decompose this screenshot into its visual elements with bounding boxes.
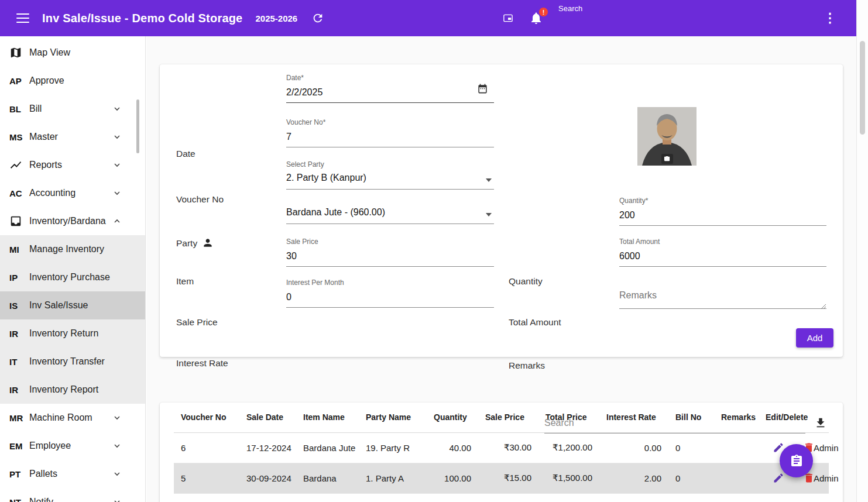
- assignment-icon: [790, 454, 804, 468]
- sidebar-item-label: Bill: [29, 104, 42, 114]
- map-icon: [9, 46, 23, 59]
- add-button[interactable]: Add: [796, 328, 833, 348]
- table-row[interactable]: 5 30-09-2024 Bardana 1. Party A 100.00 ₹…: [174, 463, 829, 493]
- date-field[interactable]: Date*: [286, 74, 494, 103]
- page-scrollbar-thumb[interactable]: [860, 41, 865, 135]
- sidebar-item-label: Inventory Purchase: [29, 272, 110, 283]
- sidebar-item-map-view[interactable]: Map View: [0, 39, 145, 67]
- date-row-label: Date: [176, 149, 195, 159]
- sidebar-item-approve[interactable]: AP Approve: [0, 67, 145, 95]
- sidebar-item-manage-inventory[interactable]: MI Manage Inventory: [0, 235, 145, 263]
- sidebar-item-inventory-report[interactable]: IR Inventory Report: [0, 376, 145, 404]
- remarks-field[interactable]: [619, 287, 826, 309]
- sidebar-item-accounting[interactable]: AC Accounting: [0, 179, 145, 207]
- edit-icon[interactable]: [773, 472, 784, 484]
- sidebar-item-notify[interactable]: NT Notify: [0, 488, 145, 502]
- interest-field[interactable]: Interest Per Month: [286, 278, 494, 308]
- voucher-input[interactable]: [286, 130, 494, 143]
- abbr-icon: NT: [9, 497, 23, 502]
- menu-icon[interactable]: [16, 13, 29, 23]
- calendar-icon[interactable]: [477, 83, 488, 94]
- sidebar-item-label: Employee: [29, 441, 71, 451]
- sidebar-item-label: Inventory Return: [29, 328, 98, 339]
- item-select[interactable]: Bardana Jute - (960.00): [286, 207, 494, 224]
- cell-remarks: [714, 463, 759, 493]
- table-search-field[interactable]: [544, 415, 805, 434]
- cell-total-price: ₹1,200.00: [538, 432, 599, 463]
- abbr-icon: IR: [9, 385, 23, 395]
- sidebar-item-inv-sale-issue[interactable]: IS Inv Sale/Issue: [0, 291, 145, 319]
- remarks-textarea[interactable]: [619, 287, 826, 308]
- fab-assignment-button[interactable]: [780, 444, 813, 477]
- cell-item-name: Bardana Jute: [296, 432, 359, 463]
- cell-interest-rate: 2.00: [599, 463, 668, 493]
- abbr-icon: MS: [9, 132, 23, 142]
- sale-price-field[interactable]: Sale Price: [286, 238, 494, 267]
- sidebar-item-bill[interactable]: BL Bill: [0, 95, 145, 123]
- total-amount-field[interactable]: Total Amount: [619, 238, 826, 267]
- item-select-value[interactable]: Bardana Jute - (960.00): [286, 207, 494, 220]
- quantity-row-label: Quantity: [509, 276, 543, 287]
- col-quantity[interactable]: Quantity: [427, 403, 478, 432]
- col-party-name[interactable]: Party Name: [359, 403, 427, 432]
- sidebar-item-inventory-return[interactable]: IR Inventory Return: [0, 319, 145, 348]
- sidebar-item-employee[interactable]: EM Employee: [0, 432, 145, 460]
- quantity-field[interactable]: Quantity*: [619, 197, 826, 226]
- page-scrollbar[interactable]: [856, 0, 868, 502]
- resize-grip-icon[interactable]: [821, 301, 826, 307]
- interest-input[interactable]: [286, 291, 494, 304]
- sidebar-item-label: Reports: [29, 160, 62, 170]
- chevron-down-icon: [112, 160, 122, 170]
- sidebar-item-inventory-transfer[interactable]: IT Inventory Transfer: [0, 348, 145, 376]
- quantity-input[interactable]: [619, 209, 826, 222]
- refresh-icon[interactable]: [311, 12, 324, 25]
- sidebar-item-inventory-bardana[interactable]: Inventory/Bardana: [0, 207, 145, 235]
- sidebar-item-label: Approve: [29, 75, 64, 86]
- chevron-down-icon: [112, 188, 122, 198]
- total-amount-input[interactable]: [619, 250, 826, 263]
- cell-party-name: 1. Party A: [359, 463, 427, 493]
- cell-item-name: Bardana: [296, 463, 359, 493]
- party-photo[interactable]: [637, 107, 697, 166]
- voucher-field[interactable]: Voucher No*: [286, 118, 494, 147]
- table-row[interactable]: 6 17-12-2024 Bardana Jute 19. Party R 40…: [174, 432, 829, 463]
- sidebar-item-reports[interactable]: Reports: [0, 151, 145, 179]
- abbr-icon: MI: [9, 245, 23, 255]
- sale-issue-form: Date Voucher No Party Item Sale Price In…: [160, 64, 843, 357]
- dropdown-caret-icon: [486, 213, 492, 216]
- sidebar-item-master[interactable]: MS Master: [0, 123, 145, 151]
- voucher-row-label: Voucher No: [176, 194, 224, 205]
- overflow-menu-icon[interactable]: ⋮: [824, 12, 836, 25]
- party-select-value[interactable]: 2. Party B (Kanpur): [286, 173, 494, 185]
- camera-icon[interactable]: [661, 154, 673, 164]
- sidebar-item-inventory-purchase[interactable]: IP Inventory Purchase: [0, 263, 145, 291]
- main-content: Date Voucher No Party Item Sale Price In…: [146, 36, 856, 502]
- search-input[interactable]: [544, 415, 805, 433]
- sidebar-scrollbar[interactable]: [136, 99, 139, 153]
- sidebar-item-label: Inventory Transfer: [29, 356, 105, 367]
- financial-year-selector[interactable]: 2025-2026: [255, 13, 297, 23]
- chevron-up-icon: [112, 216, 122, 226]
- party-select[interactable]: Select Party 2. Party B (Kanpur): [286, 160, 494, 190]
- sidebar-item-machine-room[interactable]: MR Machine Room: [0, 404, 145, 432]
- cell-quantity: 100.00: [427, 463, 478, 493]
- col-voucher-no[interactable]: Voucher No: [174, 403, 239, 432]
- sidebar-item-label: Inventory Report: [29, 384, 98, 395]
- download-icon[interactable]: [814, 417, 827, 429]
- sale-price-input[interactable]: [286, 250, 494, 263]
- item-row-label: Item: [176, 276, 194, 287]
- cell-total-price: ₹1,500.00: [538, 463, 599, 493]
- col-sale-date[interactable]: Sale Date: [239, 403, 296, 432]
- search-label[interactable]: Search: [558, 4, 582, 13]
- quantity-field-label: Quantity*: [619, 197, 826, 205]
- sidebar-item-label: Master: [29, 132, 58, 142]
- notifications-bell-icon[interactable]: !: [529, 11, 543, 25]
- date-input[interactable]: [286, 86, 494, 99]
- date-field-label: Date*: [286, 74, 494, 82]
- col-sale-price[interactable]: Sale Price: [478, 403, 538, 432]
- card-icon[interactable]: [502, 13, 514, 23]
- chart-icon: [9, 159, 23, 171]
- notification-badge: !: [538, 7, 548, 17]
- sidebar-item-pallets[interactable]: PT Pallets: [0, 460, 145, 488]
- col-item-name[interactable]: Item Name: [296, 403, 359, 432]
